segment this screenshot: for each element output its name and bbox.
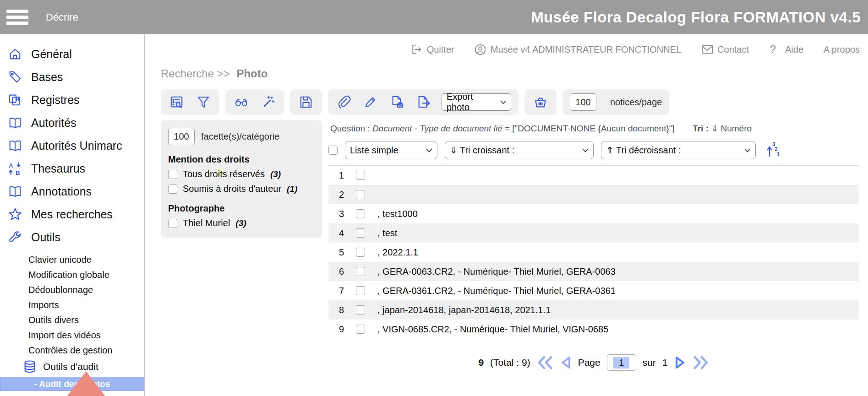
sidebar-item-thesaurus[interactable]: ABThesaurus	[0, 157, 144, 180]
results-controls: Liste simple ⇓ Tri croissant : ⇑ Tri déc…	[328, 141, 859, 166]
paperclip-icon[interactable]	[335, 93, 353, 111]
sort-asc-select[interactable]: ⇓ Tri croissant :	[445, 141, 594, 159]
svg-text:1: 1	[777, 151, 780, 157]
first-page-icon[interactable]	[537, 356, 553, 369]
wand-icon[interactable]	[259, 93, 277, 111]
logout-icon	[411, 43, 423, 55]
sidebar-item-registres[interactable]: Registres	[0, 88, 144, 111]
sidebar-item-outils[interactable]: Outils	[0, 226, 144, 249]
result-row-8[interactable]: 8, japan-2014618, japan-2014618, 2021.1.…	[328, 300, 859, 320]
sidebar-item-annotations[interactable]: Annotations	[0, 180, 144, 203]
basket-icon[interactable]	[532, 93, 549, 111]
notices-per-page-input[interactable]	[570, 93, 596, 111]
sort-numeric-icon[interactable]: 3 2 1	[766, 141, 781, 159]
list-mode-value: Liste simple	[350, 145, 399, 156]
question-label: Question :	[330, 124, 370, 133]
export-doc-icon[interactable]	[415, 93, 432, 111]
sidebar-subitem-modification-globale[interactable]: Modification globale	[0, 267, 144, 282]
result-row-4[interactable]: 4, test	[328, 223, 859, 243]
glasses-icon[interactable]	[233, 93, 250, 111]
sidebar-subitem-contr-les-de-gestion[interactable]: Contrôles de gestion	[0, 343, 144, 358]
result-row-6[interactable]: 6, GERA-0063.CR2, - Numérique- Thiel Mur…	[328, 262, 859, 281]
sidebar-item-mes-recherches[interactable]: Mes recherches	[0, 203, 144, 226]
flora-logo-triangle	[65, 371, 107, 396]
sidebar-subitem-outils-divers[interactable]: Outils divers	[0, 313, 144, 328]
result-row-9[interactable]: 9, VIGN-0685.CR2, - Numérique- Thiel Mur…	[328, 320, 859, 339]
toolbar-group-1	[161, 89, 219, 115]
main-area: QuitterMusée v4 ADMINISTRATEUR FONCTIONN…	[145, 34, 868, 396]
sidebar-item-bases[interactable]: Bases	[0, 65, 144, 88]
row-checkbox[interactable]	[356, 325, 365, 334]
facet-count-input[interactable]	[168, 128, 195, 145]
save-icon[interactable]	[297, 93, 315, 111]
last-page-icon[interactable]	[693, 356, 709, 369]
sidebar-subitem-imports[interactable]: Imports	[0, 298, 144, 313]
row-number: 2	[329, 190, 344, 200]
row-number: 8	[329, 305, 344, 315]
sort-alpha-icon: AB	[6, 160, 24, 177]
row-checkbox[interactable]	[356, 305, 365, 315]
svg-text:A: A	[9, 162, 13, 169]
row-checkbox[interactable]	[356, 248, 365, 257]
pencil-icon[interactable]	[362, 93, 379, 111]
header-link-label: Musée v4 ADMINISTRATEUR FONCTIONNEL	[491, 44, 681, 55]
result-row-2[interactable]: 2	[328, 185, 859, 204]
header-link-quitter[interactable]: Quitter	[411, 43, 454, 55]
sidebar-subitem-import-des-vid-os[interactable]: Import des vidéos	[0, 328, 144, 343]
print-doc-icon[interactable]	[388, 93, 406, 111]
row-checkbox[interactable]	[356, 209, 365, 218]
row-text: , 2022.1.1	[377, 247, 418, 258]
result-row-5[interactable]: 5, 2022.1.1	[328, 243, 859, 262]
page-label: Page	[578, 357, 601, 368]
sidebar-item-autorit-s-unimarc[interactable]: Autorités Unimarc	[0, 134, 144, 157]
next-page-icon[interactable]	[674, 356, 686, 369]
row-checkbox[interactable]	[356, 228, 365, 238]
facet-option-count: (3)	[235, 218, 246, 228]
sort-desc-select[interactable]: ⇑ Tri décroissant :	[601, 141, 756, 159]
export-photo-value: Export photo	[447, 92, 496, 113]
header-link-a-propos[interactable]: A propos	[824, 44, 860, 55]
header-link-contact[interactable]: Contact	[701, 43, 749, 55]
result-total: (Total : 9)	[490, 357, 530, 368]
sidebar-item-g-n-ral[interactable]: Général	[0, 43, 144, 65]
row-checkbox[interactable]	[356, 171, 365, 180]
sidebar-nav: GénéralBasesRegistresAutoritésAutorités …	[0, 34, 144, 249]
header-link-label: Contact	[717, 44, 749, 55]
header-link-label: Aide	[785, 44, 803, 55]
user-icon	[475, 43, 486, 55]
header-link-mus-e-v4-administrateur-fonctionnel[interactable]: Musée v4 ADMINISTRATEUR FONCTIONNEL	[475, 43, 681, 55]
list-mode-select[interactable]: Liste simple	[345, 141, 437, 159]
facet-checkbox-tous-droits-r-serv-s[interactable]	[168, 170, 177, 179]
list-search-icon[interactable]	[168, 93, 186, 111]
header-link-aide[interactable]: ?Aide	[769, 43, 803, 55]
result-row-3[interactable]: 3, test1000	[328, 204, 859, 223]
filter-icon[interactable]	[195, 93, 212, 111]
row-number: 4	[329, 228, 344, 239]
facet-checkbox-soumis-droits-d-auteur[interactable]	[168, 184, 177, 194]
result-count: 9	[478, 357, 484, 368]
result-row-7[interactable]: 7, GERA-0361.CR2, - Numérique- Thiel Mur…	[328, 281, 859, 300]
pages-total: 1	[662, 357, 668, 368]
sidebar-item-label: Annotations	[31, 185, 92, 198]
prev-page-icon[interactable]	[560, 356, 572, 369]
top-bar: Décrire Musée Flora Decalog Flora FORMAT…	[0, 0, 868, 34]
export-photo-select[interactable]: Export photo	[442, 93, 511, 111]
result-row-1[interactable]: 1	[328, 166, 859, 185]
page-number-input[interactable]: 1	[607, 354, 636, 371]
breadcrumb-current: Photo	[236, 67, 267, 80]
facet-checkbox-thiel-muriel[interactable]	[168, 219, 177, 228]
row-checkbox[interactable]	[356, 190, 365, 199]
sidebar-subitem-clavier-unicode[interactable]: Clavier unicode	[0, 252, 144, 267]
sidebar-item-autorit-s[interactable]: Autorités	[0, 111, 144, 134]
book-icon	[6, 114, 24, 131]
row-text: , test	[377, 228, 397, 239]
row-checkbox[interactable]	[356, 267, 365, 276]
chevron-down-icon	[426, 148, 432, 152]
row-checkbox[interactable]	[356, 286, 365, 295]
hamburger-menu-icon[interactable]	[6, 10, 28, 25]
wrench-icon	[6, 229, 24, 245]
facet-option-count: (1)	[287, 184, 297, 194]
sidebar-subitem-d-doublonnage[interactable]: Dédoublonnage	[0, 282, 144, 298]
select-all-checkbox[interactable]	[328, 146, 338, 155]
row-text: , VIGN-0685.CR2, - Numérique- Thiel Muri…	[377, 324, 608, 335]
